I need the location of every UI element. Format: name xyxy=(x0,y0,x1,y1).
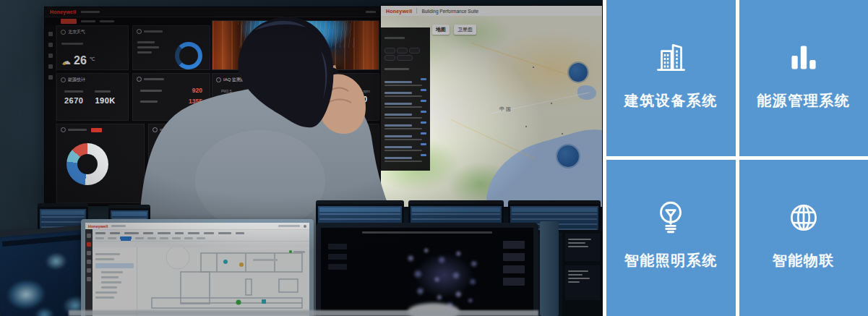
building-icon xyxy=(650,37,692,79)
cad-icon-rail xyxy=(85,229,93,316)
bar-chart-icon xyxy=(783,37,825,79)
tile-label: 建筑设备系统 xyxy=(624,91,718,111)
lightbulb-icon xyxy=(650,197,692,239)
online-dot xyxy=(289,250,292,253)
control-room-photo: Honeywell 北京天气 xyxy=(0,0,603,316)
cad-tabs xyxy=(85,234,309,242)
tile-smart-iot[interactable]: 智能物联 xyxy=(739,160,868,316)
tile-label: 智能照明系统 xyxy=(624,251,718,270)
active-tab xyxy=(120,236,132,239)
desk-monitor-cad: Honeywell xyxy=(81,219,314,316)
honeywell-logo: Honeywell xyxy=(88,224,108,229)
cad-tree-panel xyxy=(93,247,137,316)
floorplan-drawing xyxy=(137,247,309,314)
right-desk-screens xyxy=(562,230,603,316)
highlight-circle xyxy=(166,247,189,269)
status-pill xyxy=(289,250,305,253)
tile-building-equipment-system[interactable]: 建筑设备系统 xyxy=(606,0,736,156)
selected-tree-item xyxy=(95,263,134,268)
desk-monitor-pointcloud xyxy=(316,223,538,316)
active-tool-icon xyxy=(87,242,91,247)
point-cloud xyxy=(384,236,504,315)
tile-energy-management-system[interactable]: 能源管理系统 xyxy=(739,0,868,156)
tile-label: 能源管理系统 xyxy=(757,91,850,111)
tile-smart-lighting-system[interactable]: 智能照明系统 xyxy=(606,160,736,316)
promo-composite: Honeywell 北京天气 xyxy=(0,0,868,316)
floorplan-canvas xyxy=(137,247,309,316)
user-icon xyxy=(304,225,306,228)
monitor-side-edge xyxy=(540,221,559,316)
desk-edge xyxy=(69,310,538,316)
cad-app-screen: Honeywell xyxy=(85,223,309,316)
feature-grid: 建筑设备系统 能源管理系统 xyxy=(603,0,868,316)
tile-label: 智能物联 xyxy=(773,251,835,270)
globe-icon xyxy=(783,197,825,239)
